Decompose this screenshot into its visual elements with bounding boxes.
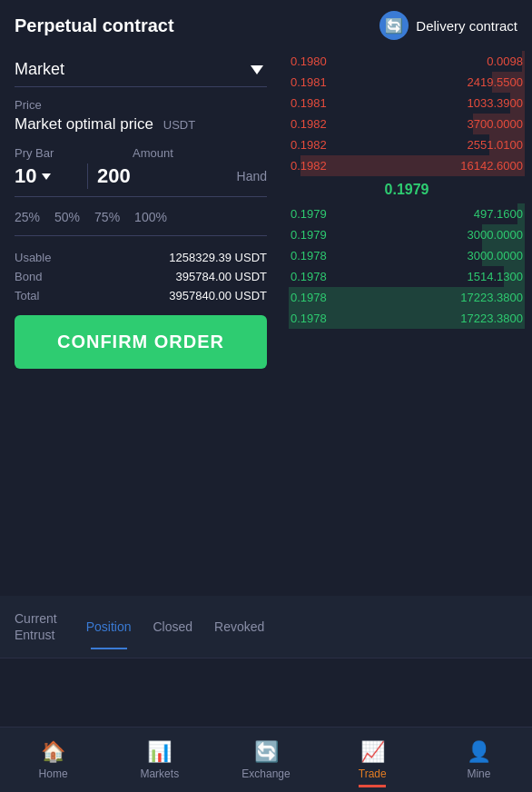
tab-position[interactable]: Position — [75, 616, 143, 638]
app-header: Perpetual contract 🔄 Delivery contract — [0, 0, 532, 51]
total-label: Total — [15, 289, 39, 302]
amount-label: Amount — [133, 146, 173, 160]
percent-row: 25% 50% 75% 100% — [15, 210, 267, 236]
bid-price: 0.1978 — [291, 270, 327, 283]
ask-price: 0.1981 — [291, 96, 327, 110]
page-title: Perpetual contract — [15, 15, 174, 36]
total-row: Total 3957840.00 USDT — [15, 289, 267, 302]
percent-50[interactable]: 50% — [54, 210, 80, 224]
ask-price: 0.1982 — [291, 117, 327, 131]
nav-markets-label: Markets — [140, 767, 179, 780]
ask-price: 0.1982 — [291, 159, 327, 173]
delivery-label: Delivery contract — [416, 18, 517, 34]
current-entrust-label: Current — [15, 610, 57, 627]
trade-active-indicator — [359, 785, 386, 787]
header-left: Perpetual contract — [15, 15, 174, 36]
nav-markets[interactable]: 📊 Markets — [106, 733, 212, 787]
tab-current-entrust[interactable]: Current Entrust — [15, 607, 57, 647]
ask-amount: 2551.0100 — [468, 138, 523, 152]
price-unit: USDT — [163, 118, 195, 132]
nav-trade[interactable]: 📈 Trade — [320, 733, 426, 787]
ask-row: 0.1980 0.0098 — [289, 51, 525, 72]
tab-revoked[interactable]: Revoked — [203, 616, 275, 638]
usable-label: Usable — [15, 251, 51, 264]
bid-row: 0.1979 497.1600 — [289, 203, 525, 224]
confirm-order-button[interactable]: CONFIRM ORDER — [15, 315, 267, 369]
market-label: Market — [15, 60, 64, 79]
nav-exchange[interactable]: 🔄 Exchange — [212, 733, 319, 787]
usable-value: 1258329.39 USDT — [169, 251, 267, 264]
percent-25[interactable]: 25% — [15, 210, 40, 224]
bid-row: 0.1978 17223.3800 — [289, 308, 525, 329]
left-panel: Market Price Market optimal price USDT P… — [0, 51, 281, 596]
bid-amount: 17223.3800 — [460, 291, 523, 304]
price-value: Market optimal price USDT — [15, 115, 267, 134]
input-divider — [87, 163, 88, 189]
percent-75[interactable]: 75% — [94, 210, 120, 224]
bid-price: 0.1978 — [291, 312, 327, 325]
bid-amount: 497.1600 — [474, 207, 523, 221]
bid-price: 0.1978 — [291, 291, 327, 304]
nav-trade-label: Trade — [359, 767, 387, 780]
total-value: 3957840.00 USDT — [169, 289, 267, 302]
trade-icon: 📈 — [360, 740, 385, 764]
mid-price: 0.1979 — [385, 182, 429, 197]
bid-price: 0.1979 — [291, 228, 327, 242]
input-row: 10 200 Hand — [15, 163, 267, 197]
ask-row: 0.1981 2419.5500 — [289, 72, 525, 93]
ask-amount: 1033.3900 — [468, 96, 523, 110]
nav-home-label: Home — [39, 767, 68, 780]
home-icon: 🏠 — [41, 740, 65, 764]
usable-row: Usable 1258329.39 USDT — [15, 251, 267, 264]
tab-closed[interactable]: Closed — [143, 616, 204, 638]
ask-amount: 0.0098 — [487, 54, 523, 68]
market-dropdown[interactable]: Market — [15, 60, 267, 87]
bid-amount: 3000.0000 — [468, 228, 523, 242]
ask-amount: 16142.6000 — [460, 159, 523, 173]
hand-label: Hand — [237, 169, 267, 183]
pry-bar-selector[interactable]: 10 — [15, 164, 78, 188]
ask-price: 0.1980 — [291, 54, 327, 68]
ask-amount: 2419.5500 — [468, 75, 523, 89]
input-labels: Pry Bar Amount — [15, 146, 267, 160]
bid-amount: 3000.0000 — [468, 249, 523, 262]
entrust-tabs: Current Entrust Position Closed Revoked — [0, 596, 532, 658]
bid-row: 0.1978 3000.0000 — [289, 245, 525, 266]
nav-home[interactable]: 🏠 Home — [0, 733, 106, 787]
ask-price: 0.1981 — [291, 75, 327, 89]
percent-100[interactable]: 100% — [134, 210, 167, 224]
bid-row: 0.1979 3000.0000 — [289, 224, 525, 245]
delivery-contract-button[interactable]: 🔄 Delivery contract — [379, 11, 517, 40]
pry-bar-arrow — [42, 173, 51, 180]
delivery-icon: 🔄 — [379, 11, 409, 40]
ask-row: 0.1981 1033.3900 — [289, 93, 525, 114]
nav-exchange-label: Exchange — [241, 767, 290, 780]
navbar: 🏠 Home 📊 Markets 🔄 Exchange 📈 Trade 👤 Mi… — [0, 727, 532, 792]
pry-bar-value: 10 — [15, 164, 36, 188]
ask-price: 0.1982 — [291, 138, 327, 152]
main-content: Market Price Market optimal price USDT P… — [0, 51, 532, 596]
nav-mine-label: Mine — [467, 767, 490, 780]
ask-row: 0.1982 2551.0100 — [289, 134, 525, 155]
bond-label: Bond — [15, 270, 42, 283]
delivery-icon-symbol: 🔄 — [385, 17, 403, 35]
price-label: Price — [15, 98, 267, 112]
order-book: 0.1980 0.0098 0.1981 2419.5500 0.1981 10… — [281, 51, 532, 596]
ask-row: 0.1982 3700.0000 — [289, 114, 525, 134]
bid-row: 0.1978 1514.1300 — [289, 266, 525, 287]
bid-amount: 17223.3800 — [460, 312, 523, 325]
bid-price: 0.1978 — [291, 249, 327, 262]
amount-value[interactable]: 200 — [97, 164, 228, 188]
bond-value: 395784.00 USDT — [176, 270, 267, 283]
bottom-section: Current Entrust Position Closed Revoked — [0, 596, 532, 658]
bid-amount: 1514.1300 — [468, 270, 523, 283]
nav-mine[interactable]: 👤 Mine — [426, 733, 532, 787]
current-entrust-label2: Entrust — [15, 627, 57, 643]
bid-price: 0.1979 — [291, 207, 327, 221]
ask-row: 0.1982 16142.6000 — [289, 155, 525, 176]
ask-amount: 3700.0000 — [468, 117, 523, 131]
mine-icon: 👤 — [467, 740, 491, 764]
bid-row: 0.1978 17223.3800 — [289, 287, 525, 308]
mid-price-row: 0.1979 — [289, 176, 525, 203]
price-text: Market optimal price — [15, 115, 153, 133]
